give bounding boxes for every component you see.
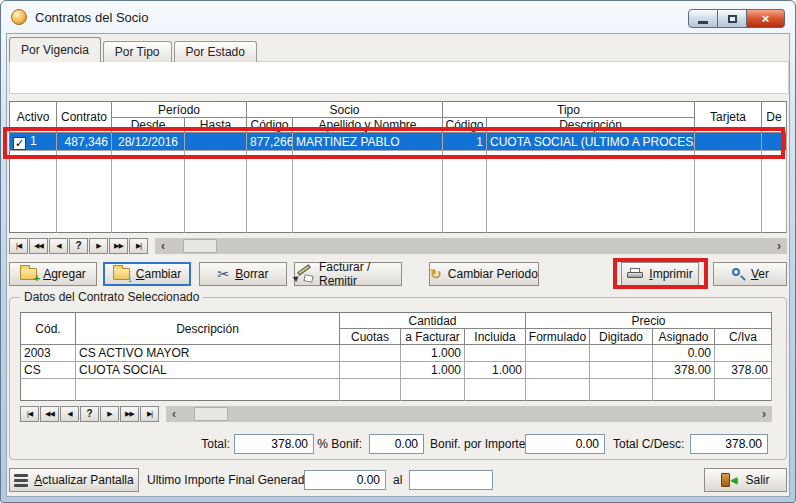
facturar-remitir-button[interactable]: Facturar / Remitir bbox=[294, 262, 402, 286]
nav-next-button[interactable]: ▶ bbox=[89, 238, 108, 254]
col-header-tipo-codigo: Código bbox=[443, 118, 487, 133]
nav-prior-page-icon: ◀◀ bbox=[34, 242, 43, 250]
col-header-hasta: Hasta bbox=[185, 118, 247, 133]
detail-row[interactable]: 2003 CS ACTIVO MAYOR 1.000 0.00 bbox=[21, 345, 772, 362]
nav-next-button[interactable]: ▶ bbox=[100, 406, 119, 422]
activo-checkbox[interactable]: ✓ bbox=[13, 137, 26, 150]
cell-hasta bbox=[185, 133, 247, 151]
plus-icon: + bbox=[34, 273, 40, 283]
bonif-field[interactable] bbox=[369, 434, 424, 454]
bonif-importe-label: Bonif. por Importe: bbox=[430, 437, 529, 451]
nav-first-button[interactable]: |◀ bbox=[20, 406, 39, 422]
nav-help-button[interactable]: ? bbox=[80, 406, 99, 422]
nav-prior-button[interactable]: ◀ bbox=[49, 238, 68, 254]
agregar-button[interactable]: + Agregar bbox=[9, 262, 97, 286]
facturar-label: Facturar / Remitir bbox=[319, 260, 401, 288]
nav-help-button[interactable]: ? bbox=[69, 238, 88, 254]
tab-label: Por Vigencia bbox=[21, 43, 89, 57]
maximize-icon bbox=[728, 15, 737, 23]
cambiar-periodo-label: Cambiar Periodo bbox=[448, 267, 538, 281]
nav-prior-page-button[interactable]: ◀◀ bbox=[29, 238, 48, 254]
list-bars-icon bbox=[14, 474, 28, 487]
nav-last-button[interactable]: ▶| bbox=[140, 406, 159, 422]
horizontal-scrollbar[interactable]: ‹ › bbox=[155, 238, 787, 254]
nav-prior-page-icon: ◀◀ bbox=[45, 410, 54, 418]
scrollbar-thumb[interactable] bbox=[183, 239, 217, 253]
write-icon bbox=[295, 266, 313, 282]
window: Contratos del Socio × Por Vigencia Por T… bbox=[0, 0, 796, 503]
grid-empty-area bbox=[21, 379, 772, 401]
ultimo-importe-label: Ultimo Importe Final Generado: bbox=[147, 473, 314, 487]
scroll-right-arrow[interactable]: › bbox=[756, 406, 772, 422]
ver-button[interactable]: Ver bbox=[713, 262, 787, 286]
cell-desde: 28/12/2016 bbox=[112, 133, 185, 151]
cell-digitado bbox=[590, 345, 653, 362]
scroll-left-arrow[interactable]: ‹ bbox=[155, 238, 171, 254]
bonif-label: % Bonif: bbox=[317, 437, 362, 451]
db-navigator-contracts: |◀ ◀◀ ◀ ? ▶ ▶▶ ▶| ‹ › bbox=[9, 237, 787, 254]
nav-first-button[interactable]: |◀ bbox=[9, 238, 28, 254]
cell-a-facturar: 1.000 bbox=[401, 362, 465, 379]
group-header-cantidad: Cantidad bbox=[340, 313, 526, 329]
al-field[interactable] bbox=[409, 470, 493, 490]
contract-detail-grid[interactable]: Cód. Descripción Cantidad Precio Cuotas … bbox=[20, 312, 772, 401]
nav-prior-page-button[interactable]: ◀◀ bbox=[40, 406, 59, 422]
total-cdesc-label: Total C/Desc: bbox=[613, 437, 684, 451]
cell-de bbox=[762, 133, 787, 151]
close-button[interactable]: × bbox=[747, 9, 785, 28]
actualizar-pantalla-button[interactable]: Actualizar Pantalla bbox=[9, 468, 139, 492]
cell-c-iva bbox=[715, 345, 772, 362]
nav-last-button[interactable]: ▶| bbox=[129, 238, 148, 254]
contracts-grid[interactable]: Activo Contrato Período Socio Tipo Tarje… bbox=[9, 101, 787, 233]
minimize-icon bbox=[698, 21, 708, 24]
exit-door-icon: ◄ bbox=[721, 473, 739, 488]
col-header-contrato: Contrato bbox=[57, 102, 112, 133]
cell-incluida: 1.000 bbox=[465, 362, 526, 379]
total-cdesc-field[interactable] bbox=[690, 434, 768, 454]
nav-next-icon: ▶ bbox=[96, 242, 100, 250]
col-header-cod: Cód. bbox=[21, 313, 76, 345]
nav-help-icon: ? bbox=[86, 408, 92, 419]
db-navigator-details: |◀ ◀◀ ◀ ? ▶ ▶▶ ▶| ‹ › bbox=[20, 405, 772, 422]
col-header-activo: Activo bbox=[10, 102, 57, 133]
minimize-button[interactable] bbox=[688, 9, 718, 28]
total-field[interactable] bbox=[234, 434, 314, 454]
nav-help-icon: ? bbox=[75, 240, 81, 251]
salir-button[interactable]: ◄ Salir bbox=[704, 468, 787, 492]
group-header-tipo: Tipo bbox=[443, 102, 695, 118]
group-header-socio: Socio bbox=[247, 102, 443, 118]
tab-por-vigencia[interactable]: Por Vigencia bbox=[9, 37, 101, 62]
cell-desc: CUOTA SOCIAL bbox=[76, 362, 340, 379]
group-header-precio: Precio bbox=[526, 313, 772, 329]
down-arrow-icon: ↓ bbox=[127, 273, 133, 283]
cell-c-iva: 378.00 bbox=[715, 362, 772, 379]
cell-digitado bbox=[590, 362, 653, 379]
scroll-right-arrow[interactable]: › bbox=[771, 238, 787, 254]
tab-por-estado[interactable]: Por Estado bbox=[174, 41, 257, 62]
folder-add-icon: + bbox=[20, 268, 37, 280]
tab-por-tipo[interactable]: Por Tipo bbox=[103, 41, 172, 62]
imprimir-button[interactable]: Imprimir bbox=[621, 262, 699, 286]
cambiar-button[interactable]: ↓ Cambiar bbox=[103, 262, 191, 286]
scrollbar-thumb[interactable] bbox=[194, 407, 228, 421]
cell-formulado bbox=[526, 362, 590, 379]
ver-label: Ver bbox=[751, 267, 769, 281]
nav-next-page-button[interactable]: ▶▶ bbox=[109, 238, 128, 254]
col-header-de: De bbox=[762, 102, 787, 133]
bonif-importe-field[interactable] bbox=[525, 434, 605, 454]
scroll-left-arrow[interactable]: ‹ bbox=[166, 406, 182, 422]
group-header-periodo: Período bbox=[112, 102, 247, 118]
cambiar-periodo-button[interactable]: ↻ Cambiar Periodo bbox=[429, 262, 539, 286]
folder-down-icon: ↓ bbox=[113, 268, 130, 280]
horizontal-scrollbar[interactable]: ‹ › bbox=[166, 406, 772, 422]
cell-contrato: 487,346 bbox=[57, 133, 112, 151]
ultimo-importe-field[interactable] bbox=[304, 470, 386, 490]
borrar-button[interactable]: ✂ Borrar bbox=[199, 262, 287, 286]
maximize-button[interactable] bbox=[718, 9, 747, 28]
nav-prior-button[interactable]: ◀ bbox=[60, 406, 79, 422]
contract-row-selected[interactable]: ✓1 487,346 28/12/2016 877,266 MARTINEZ P… bbox=[10, 133, 787, 151]
nav-next-page-icon: ▶▶ bbox=[114, 242, 123, 250]
detail-row[interactable]: CS CUOTA SOCIAL 1.000 1.000 378.00 378.0… bbox=[21, 362, 772, 379]
nav-next-page-button[interactable]: ▶▶ bbox=[120, 406, 139, 422]
cell-socio-codigo: 877,266 bbox=[247, 133, 293, 151]
